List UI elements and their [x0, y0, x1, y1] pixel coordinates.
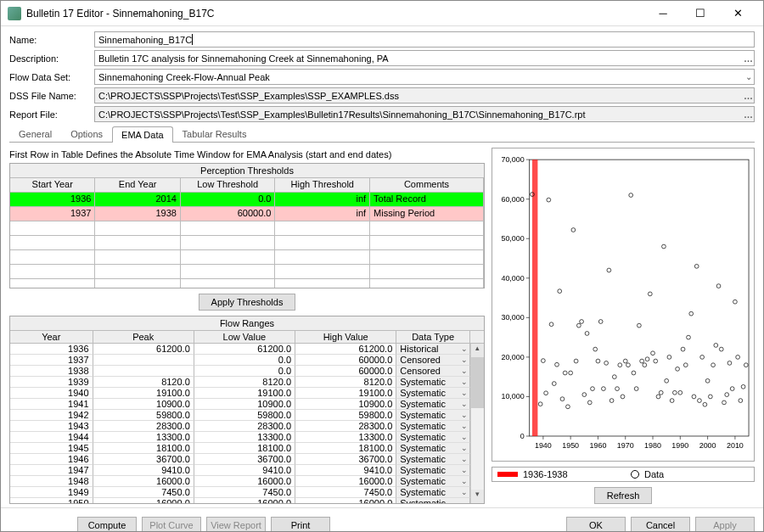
- col-start-year[interactable]: Start Year: [10, 178, 95, 193]
- svg-rect-1: [532, 160, 537, 436]
- chevron-down-icon[interactable]: ⌄: [745, 72, 752, 81]
- plot-curve-button[interactable]: Plot Curve: [142, 517, 201, 533]
- perception-row[interactable]: 1937193860000.0infMissing Period: [10, 207, 484, 221]
- col-high-value[interactable]: High Value: [295, 331, 396, 344]
- col-year[interactable]: Year: [10, 331, 93, 344]
- svg-text:1980: 1980: [644, 441, 661, 450]
- svg-point-98: [711, 363, 716, 367]
- col-low-value[interactable]: Low Value: [194, 331, 295, 344]
- svg-point-67: [626, 363, 631, 367]
- flow-row[interactable]: 194636700.036700.036700.0Systematic⌄: [10, 454, 470, 465]
- print-button[interactable]: Print: [271, 517, 330, 533]
- svg-point-84: [672, 390, 677, 395]
- svg-text:1970: 1970: [617, 441, 634, 450]
- description-field[interactable]: Bulletin 17C analysis for Sinnemahoning …: [94, 50, 755, 66]
- perception-row-empty[interactable]: [10, 279, 484, 288]
- flow-row[interactable]: 194259800.059800.059800.0Systematic⌄: [10, 410, 470, 421]
- ok-button[interactable]: OK: [566, 517, 626, 533]
- ellipsis-icon[interactable]: …: [744, 109, 752, 120]
- svg-point-88: [683, 363, 688, 367]
- apply-thresholds-button[interactable]: Apply Thresholds: [199, 294, 296, 311]
- col-peak[interactable]: Peak: [93, 331, 194, 344]
- ellipsis-icon[interactable]: …: [744, 53, 752, 64]
- flow-row[interactable]: 19370.060000.0Censored⌄: [10, 355, 470, 366]
- perception-row-empty[interactable]: [10, 265, 484, 279]
- svg-point-59: [604, 361, 609, 365]
- svg-point-71: [637, 323, 641, 328]
- svg-text:2000: 2000: [699, 441, 716, 450]
- minimize-button[interactable]: ─: [644, 2, 682, 25]
- svg-text:30,000: 30,000: [501, 313, 524, 322]
- tab-general[interactable]: General: [9, 126, 61, 142]
- svg-point-87: [681, 347, 685, 351]
- view-report-button[interactable]: View Report: [206, 517, 266, 533]
- flow-row[interactable]: 193661200.061200.061200.0Historical⌄: [10, 344, 470, 355]
- svg-text:60,000: 60,000: [501, 195, 524, 204]
- perception-row-empty[interactable]: [10, 221, 484, 236]
- maximize-button[interactable]: ☐: [682, 2, 719, 25]
- svg-point-40: [552, 382, 556, 386]
- name-label: Name:: [9, 35, 94, 45]
- svg-point-110: [744, 363, 748, 367]
- flow-row[interactable]: 194019100.019100.019100.0Systematic⌄: [10, 388, 470, 399]
- svg-point-63: [615, 387, 620, 391]
- svg-point-53: [587, 400, 592, 405]
- flow-row[interactable]: 194110900.010900.010900.0Systematic⌄: [10, 399, 470, 410]
- flow-row[interactable]: 194816000.016000.016000.0Systematic⌄: [10, 476, 470, 487]
- flowdata-select[interactable]: Sinnemahoning Creek-Flow-Annual Peak⌄: [94, 69, 755, 85]
- svg-point-36: [541, 359, 545, 363]
- tab-ema-data[interactable]: EMA Data: [112, 126, 173, 143]
- cancel-button[interactable]: Cancel: [631, 517, 690, 533]
- flow-row[interactable]: 194328300.028300.028300.0Systematic⌄: [10, 421, 470, 432]
- dssfile-label: DSS File Name:: [9, 91, 94, 101]
- dssfile-field[interactable]: C:\PROJECTS\SSP\Projects\Test\SSP_Exampl…: [94, 87, 755, 104]
- flow-row[interactable]: 194413300.013300.013300.0Systematic⌄: [10, 432, 470, 443]
- col-low-threshold[interactable]: Low Threshold: [181, 178, 276, 193]
- col-high-threshold[interactable]: High Threshold: [275, 178, 370, 193]
- svg-point-49: [576, 323, 581, 328]
- refresh-button[interactable]: Refresh: [594, 487, 653, 504]
- tab-tabular-results[interactable]: Tabular Results: [173, 126, 256, 142]
- svg-point-51: [582, 393, 587, 397]
- svg-point-43: [560, 397, 565, 401]
- flow-row[interactable]: 19380.060000.0Censored⌄: [10, 366, 470, 377]
- reportfile-field[interactable]: C:\PROJECTS\SSP\Projects\Test\SSP_Exampl…: [94, 106, 755, 122]
- ellipsis-icon[interactable]: …: [744, 91, 752, 101]
- svg-point-39: [549, 322, 553, 327]
- col-data-type[interactable]: Data Type: [396, 331, 470, 344]
- close-button[interactable]: ✕: [719, 2, 756, 25]
- scroll-up-icon[interactable]: ▴: [471, 344, 484, 357]
- perception-row-empty[interactable]: [10, 236, 484, 250]
- scrollbar-thumb[interactable]: [471, 357, 484, 408]
- flow-ranges-table: Flow Ranges Year Peak Low Value High Val…: [9, 316, 485, 504]
- scroll-down-icon[interactable]: ▾: [471, 490, 484, 503]
- flow-row[interactable]: 194518100.018100.018100.0Systematic⌄: [10, 443, 470, 454]
- flow-row[interactable]: 19497450.07450.07450.0Systematic⌄: [10, 487, 470, 498]
- svg-point-75: [648, 292, 652, 296]
- svg-point-45: [566, 405, 570, 409]
- flow-row[interactable]: 19398120.08120.08120.0Systematic⌄: [10, 377, 470, 388]
- col-end-year[interactable]: End Year: [95, 178, 180, 193]
- svg-text:0: 0: [520, 432, 525, 440]
- compute-button[interactable]: Compute: [77, 517, 137, 533]
- scatter-plot: 010,00020,00030,00040,00050,00060,00070,…: [492, 148, 754, 461]
- vertical-scrollbar[interactable]: ▴ ▾: [470, 344, 484, 503]
- perception-row-empty[interactable]: [10, 250, 484, 265]
- name-field[interactable]: Sinnemahoning_B17C: [94, 31, 755, 48]
- svg-point-77: [654, 359, 658, 363]
- flow-row[interactable]: 19479410.09410.09410.0Systematic⌄: [10, 465, 470, 476]
- tab-options[interactable]: Options: [61, 126, 112, 142]
- form-area: Name: Sinnemahoning_B17C Description: Bu…: [1, 26, 763, 148]
- svg-point-90: [689, 311, 694, 316]
- col-comments[interactable]: Comments: [370, 178, 484, 193]
- perception-row[interactable]: 193620140.0infTotal Record: [10, 193, 484, 207]
- flow-row[interactable]: 195016000.016000.016000.0Systematic⌄: [10, 498, 470, 503]
- svg-point-99: [714, 344, 718, 348]
- perception-table: Perception Thresholds Start Year End Yea…: [9, 163, 485, 288]
- apply-button[interactable]: Apply: [695, 517, 755, 533]
- svg-text:40,000: 40,000: [501, 274, 524, 283]
- svg-point-58: [602, 387, 606, 391]
- svg-point-106: [733, 300, 738, 304]
- flowdata-label: Flow Data Set:: [9, 72, 94, 82]
- svg-point-85: [676, 367, 680, 371]
